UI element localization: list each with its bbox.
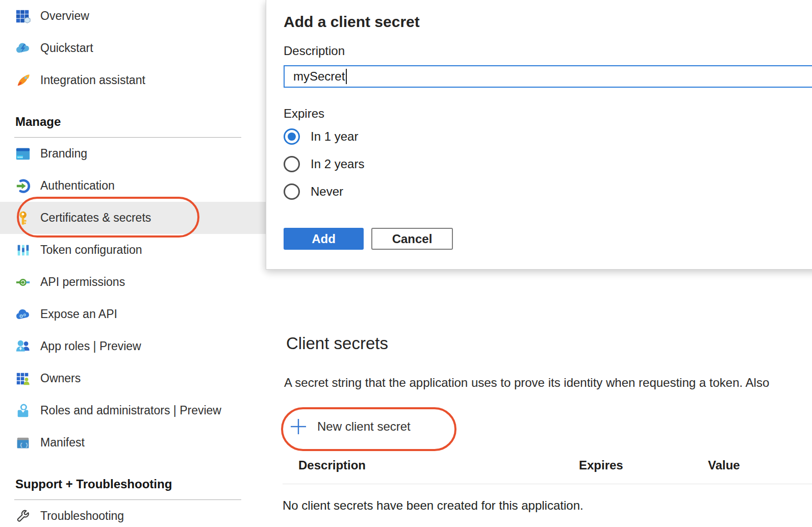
sidebar-item-owners[interactable]: Owners [0,362,266,394]
sidebar-item-label: Certificates & secrets [40,211,151,225]
dialog-title: Add a client secret [284,13,420,31]
sidebar-section-manage: Manage [0,96,266,129]
cancel-button[interactable]: Cancel [371,228,453,250]
sidebar-item-label: Manifest [40,436,85,450]
radio-label: In 2 years [311,157,364,171]
new-client-secret-button[interactable]: New client secret [289,417,411,436]
svg-text:{ }: { } [19,442,28,447]
sidebar-item-token-configuration[interactable]: Token configuration [0,234,266,266]
column-header-expires: Expires [579,458,623,472]
sidebar-section-support-troubleshooting: Support + Troubleshooting [0,459,266,491]
radio-label: Never [311,185,343,199]
sidebar-item-label: Overview [40,9,89,23]
key-icon [15,210,31,226]
radio-expires-2-years[interactable]: In 2 years [284,156,364,172]
sidebar-item-overview[interactable]: Overview [0,0,266,32]
code-braces-icon: { } [15,435,31,451]
admin-person-icon [15,403,31,418]
sidebar-item-label: Authentication [40,179,115,193]
azure-app-registration-certificates-page: { "sidebar": { "section_headers": ["Mana… [0,0,812,527]
empty-state-message: No client secrets have been created for … [283,498,583,513]
table-header-divider [283,484,812,484]
sidebar-item-label: API permissions [40,275,125,289]
rocket-icon [15,73,31,88]
sidebar-item-label: Token configuration [40,243,142,257]
client-secrets-heading: Client secrets [286,334,388,353]
expires-label: Expires [284,107,324,121]
wrench-icon [15,509,31,524]
sidebar-item-label: Branding [40,147,87,161]
add-button[interactable]: Add [284,228,364,250]
sidebar-item-quickstart[interactable]: Quickstart [0,32,266,64]
token-sliders-icon [15,243,31,258]
sidebar-item-label: Expose an API [40,307,117,321]
description-label: Description [284,44,345,58]
grid-person-icon [15,371,31,386]
svg-text:www: www [17,155,23,159]
client-secrets-section: Client secrets A secret string that the … [266,270,812,527]
quickstart-cloud-bolt-icon [15,41,31,56]
sidebar-item-label: Quickstart [40,41,93,55]
sidebar-item-label: Integration assistant [40,73,145,87]
description-input[interactable]: mySecret [284,65,812,88]
app-registration-sidebar: Overview Quickstart Integration assistan… [0,0,266,527]
sidebar-item-label: Roles and administrators | Preview [40,404,221,417]
api-connector-icon [15,275,31,290]
people-icon [15,339,31,354]
sidebar-item-app-roles[interactable]: App roles | Preview [0,330,266,362]
sidebar-item-manifest[interactable]: { } Manifest [0,427,266,459]
sidebar-item-authentication[interactable]: Authentication [0,170,266,202]
sidebar-item-label: App roles | Preview [40,339,141,353]
radio-unselected-icon[interactable] [284,156,300,172]
authentication-signin-icon [15,178,31,194]
plus-icon [289,417,308,436]
sidebar-item-troubleshooting[interactable]: Troubleshooting [0,500,266,527]
radio-selected-icon[interactable] [284,128,300,145]
overview-grid-icon [15,9,31,24]
sidebar-item-roles-and-administrators[interactable]: Roles and administrators | Preview [0,394,266,427]
radio-expires-1-year[interactable]: In 1 year [284,128,358,145]
sidebar-item-certificates-secrets[interactable]: Certificates & secrets [0,202,266,234]
sidebar-item-integration-assistant[interactable]: Integration assistant [0,64,266,96]
cloud-gear-icon [15,307,31,322]
radio-label: In 1 year [311,129,358,144]
new-client-secret-label: New client secret [317,419,411,434]
radio-unselected-icon[interactable] [284,183,300,200]
sidebar-item-api-permissions[interactable]: API permissions [0,266,266,298]
text-cursor [346,69,347,84]
radio-expires-never[interactable]: Never [284,183,343,200]
sidebar-item-label: Owners [40,372,81,385]
sidebar-item-label: Troubleshooting [40,509,124,523]
description-input-value: mySecret [293,69,345,84]
column-header-value: Value [708,458,740,472]
branding-browser-icon: www [15,146,31,162]
column-header-description: Description [298,458,366,472]
client-secrets-description: A secret string that the application use… [284,376,769,390]
add-client-secret-dialog: Add a client secret Description mySecret… [266,0,812,270]
sidebar-item-expose-an-api[interactable]: Expose an API [0,298,266,330]
sidebar-item-branding[interactable]: www Branding [0,138,266,170]
